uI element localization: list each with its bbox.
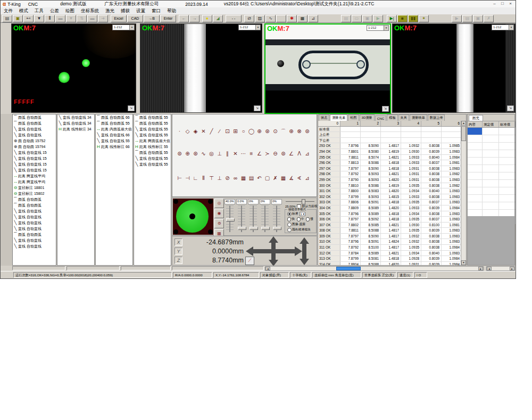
measure-tool-icon[interactable]: ∕ xyxy=(215,128,223,135)
element-row[interactable] xyxy=(468,172,514,180)
light-channel-slider[interactable]: 0% xyxy=(271,199,282,234)
measure-tool-icon[interactable]: ∠ xyxy=(287,151,295,157)
menu-item-窗口[interactable]: 窗口 xyxy=(148,8,164,14)
table-tab-测量映单[interactable]: 测量映单 xyxy=(410,114,427,121)
tree-item[interactable]: ╲直线 自动直线 15 xyxy=(13,161,56,167)
measure-tool-icon[interactable]: ∿ xyxy=(200,151,207,157)
toolbar-save-2-button[interactable]: ▤ xyxy=(341,15,351,22)
measure-tool-icon[interactable]: ⊢ xyxy=(176,175,184,182)
menu-item-模式[interactable]: 模式 xyxy=(16,8,31,14)
tree-item[interactable]: ╲直线 自动直线 55 xyxy=(134,126,171,132)
scrollbar-thumb[interactable] xyxy=(461,126,466,141)
measure-tool-icon[interactable]: · xyxy=(176,128,184,135)
tree-item[interactable]: ╲直线 自动直线 xyxy=(13,214,56,220)
radio-speed-中[interactable] xyxy=(297,217,301,221)
measure-tool-icon[interactable]: ⊡ xyxy=(223,128,231,135)
menu-item-坐标系统[interactable]: 坐标系统 xyxy=(78,8,102,14)
table-tab-3D测量[interactable]: 3D测量 xyxy=(360,114,375,121)
toolbar-excel-button[interactable]: Excel xyxy=(111,15,127,22)
measure-tool-icon[interactable]: ∟ xyxy=(192,175,200,182)
minimize-button[interactable]: – xyxy=(491,1,498,7)
table-tab-模板[interactable]: 模板 xyxy=(387,114,397,121)
measure-tool-icon[interactable]: ⊕ xyxy=(287,128,295,135)
toolbar-redo-right-button[interactable]: → xyxy=(189,15,200,22)
z-jog-arrow[interactable] xyxy=(302,244,306,259)
element-row[interactable] xyxy=(468,128,514,135)
scroll-left-icon[interactable]: ◄ xyxy=(487,267,492,270)
slider-thumb[interactable] xyxy=(238,227,246,230)
table-row[interactable]: 314 OK7.88048.50881.48201.09310.80391.09… xyxy=(318,262,461,265)
tree-item[interactable]: ╲直线 自动直线 xyxy=(13,220,56,226)
camera-2[interactable]: OKM:71-212▾⇲ xyxy=(140,23,262,113)
menu-item-文件[interactable]: 文件 xyxy=(1,8,16,14)
measure-tool-icon[interactable]: Λ xyxy=(295,151,303,157)
measure-tool-icon[interactable]: ▦ xyxy=(279,175,287,182)
measure-tool-icon[interactable]: ∥ xyxy=(223,151,231,157)
ring-light-mode-button[interactable]: ◎ xyxy=(214,199,224,208)
table-row[interactable]: 303 OK7.88068.50911.48181.09350.80371.09… xyxy=(318,200,461,205)
element-row[interactable] xyxy=(468,187,514,195)
tree-item[interactable]: ↔距离 两直线平均 xyxy=(13,173,56,179)
camera-4[interactable]: OKM:71-212▾⇲ xyxy=(392,23,516,113)
toolbar-magnifier-button[interactable]: Ø xyxy=(244,15,254,22)
table-row[interactable]: 293 OK7.87968.50901.48171.09320.80381.09… xyxy=(318,143,461,149)
tree-item[interactable]: ╲直线 自动直线 34 xyxy=(57,120,94,126)
tree-item[interactable]: ╲直线 自动直线 xyxy=(13,126,56,132)
element-row[interactable] xyxy=(468,180,514,187)
tree-item[interactable]: H距离 线性标注 34 xyxy=(57,126,94,132)
zoom-slider[interactable] xyxy=(286,199,314,203)
measure-tool-icon[interactable]: ✗ xyxy=(271,175,279,182)
tree-item[interactable]: ╲直线 自动直线 15 xyxy=(13,167,56,173)
camera-magnification-combo[interactable]: 1-212▾ xyxy=(112,24,135,30)
table-horizontal-scrollbar[interactable]: ◄ ► xyxy=(265,266,484,271)
camera-resize-icon[interactable]: ⇲ xyxy=(507,105,514,111)
measure-tool-icon[interactable]: ≻ xyxy=(263,151,271,157)
toolbar-tool-6-button[interactable]: ▬ xyxy=(55,15,65,22)
tree-item[interactable]: ╲直线 自动直线 55 xyxy=(134,155,171,161)
ring-light-center-dot[interactable] xyxy=(189,213,195,219)
table-row[interactable]: 297 OK7.87978.50901.48181.09310.80381.09… xyxy=(318,166,461,172)
table-row[interactable]: 306 OK7.87978.50921.48181.09350.80371.09… xyxy=(318,217,461,223)
table-tab-数据上传[interactable]: 数据上传 xyxy=(428,114,445,121)
table-vertical-scrollbar[interactable]: ▲ ▼ xyxy=(461,121,466,265)
toolbar-open-folder-button[interactable]: ▣ xyxy=(13,15,23,22)
camera-resize-icon[interactable]: ⇲ xyxy=(128,105,135,111)
table-spec-row[interactable]: 下公差 xyxy=(318,138,461,144)
measure-tool-icon[interactable]: ▤ xyxy=(247,175,255,182)
close-button[interactable]: × xyxy=(506,1,514,7)
toolbar-undo-left-button[interactable]: ← xyxy=(179,15,189,22)
measure-tool-icon[interactable]: ⊕ xyxy=(184,151,192,157)
tree-item[interactable]: ╲直线 自动直线 xyxy=(13,237,56,243)
radio-speed-快[interactable] xyxy=(287,217,291,221)
element-row[interactable] xyxy=(468,135,514,143)
table-spec-row[interactable]: 上公差 xyxy=(318,132,461,138)
tree-item[interactable]: ╲直线 自动直线 55 xyxy=(134,132,171,138)
tree-item[interactable]: ╲直线 自动直线 xyxy=(13,208,56,214)
measure-tool-icon[interactable]: ↶ xyxy=(255,175,263,182)
measure-tool-icon[interactable]: ⊘ xyxy=(223,175,231,182)
table-row[interactable]: 312 OK7.87848.50891.48211.09340.80401.09… xyxy=(318,251,461,257)
menu-item-工具[interactable]: 工具 xyxy=(31,8,47,14)
light-channel-slider[interactable]: 0% xyxy=(259,199,271,234)
ring-corner-dot[interactable] xyxy=(173,229,178,234)
toolbar-axis-right-button[interactable]: ➜ xyxy=(98,15,108,22)
measure-tool-icon[interactable]: ○ xyxy=(239,128,247,135)
measure-tool-icon[interactable]: ✕ xyxy=(231,151,239,157)
ring-light-mode-button[interactable]: ◉ xyxy=(214,209,224,218)
measure-tool-icon[interactable]: ⊥ xyxy=(215,151,223,157)
camera-3[interactable]: OKM:71-212▾⇲ xyxy=(264,23,391,114)
tree-item[interactable]: H距离 线性标注 66 xyxy=(96,144,132,150)
tree-item[interactable]: ⌒圆弧 自动圆弧 55 xyxy=(134,120,171,126)
menu-item-设置[interactable]: 设置 xyxy=(133,8,148,14)
camera-resize-icon[interactable]: ⇲ xyxy=(254,105,261,111)
ring-corner-dot[interactable] xyxy=(173,199,178,204)
element-row[interactable] xyxy=(468,143,514,150)
table-row[interactable]: 313 OK7.87998.50811.48181.09280.80391.09… xyxy=(318,256,461,262)
table-row[interactable]: 299 OK7.87908.50931.48201.09310.80381.09… xyxy=(318,177,461,183)
toolbar-export-b-button[interactable]: →B xyxy=(144,15,160,22)
table-row[interactable]: 300 OK7.88108.50861.48191.09350.80381.09… xyxy=(318,183,461,189)
camera-magnification-combo[interactable]: 1-212▾ xyxy=(367,25,389,31)
menu-item-公差[interactable]: 公差 xyxy=(47,8,62,14)
table-row[interactable]: 296 OK7.88138.50861.48181.09330.80371.09… xyxy=(318,160,461,166)
tree-item[interactable]: ↔距离 内圆弧最大值 xyxy=(96,126,132,132)
